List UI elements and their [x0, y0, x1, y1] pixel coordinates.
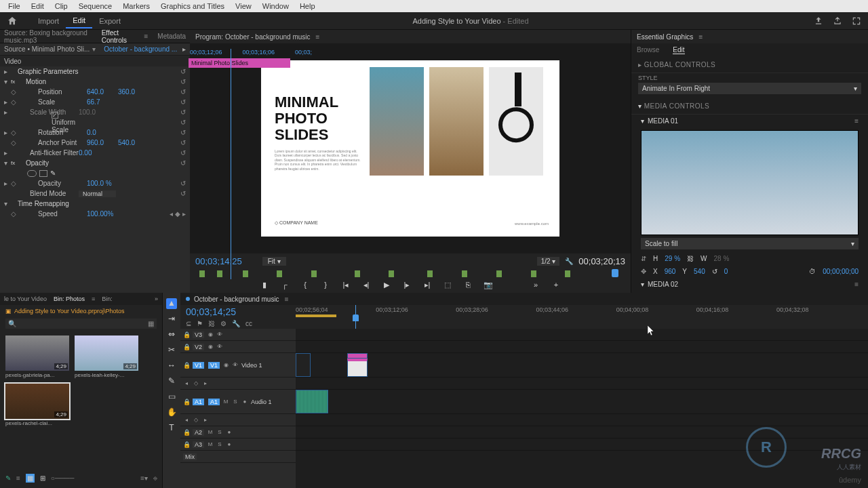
track-select-tool-icon[interactable]: ⇥ — [166, 314, 177, 325]
project-item[interactable]: 4;29 pexels-leah-kelley-... — [75, 336, 138, 378]
program-marker-bar[interactable] — [195, 269, 625, 278]
ec-blend-dropdown[interactable]: Normal — [79, 190, 116, 197]
timeline-timecode[interactable]: 00;03;14;25 — [180, 305, 296, 319]
eg-tab-edit[interactable]: Edit — [673, 46, 684, 54]
ec-scale-val[interactable]: 66.7 — [87, 98, 118, 106]
button-editor-icon[interactable]: + — [551, 281, 561, 290]
program-canvas-area[interactable]: MINIMAL PHOTO SLIDES Lorem ipsum dolor s… — [190, 43, 631, 253]
ec-anchor-x[interactable]: 960.0 — [87, 139, 118, 146]
mark-out-icon[interactable]: { — [300, 281, 310, 290]
ec-graphic-params[interactable]: Graphic Parameters — [11, 68, 79, 75]
ec-scale[interactable]: Scale — [19, 98, 87, 106]
ec-anchor-y[interactable]: 540.0 — [118, 139, 149, 146]
automate-icon[interactable]: ⎆ — [153, 474, 157, 482]
export-frame-icon[interactable]: 📷 — [484, 281, 493, 290]
tab-export[interactable]: Export — [92, 14, 127, 28]
time-offset-icon[interactable]: ⏱ — [809, 268, 816, 275]
ec-speed-val[interactable]: 100.00% — [87, 210, 118, 218]
eg-style-dropdown[interactable]: Animate In From Right▾ — [638, 83, 861, 94]
reset-icon[interactable]: ↺ — [180, 159, 186, 167]
go-next-icon[interactable]: ▸| — [422, 281, 432, 290]
type-tool-icon[interactable]: T — [166, 423, 177, 434]
mask-rect-icon[interactable] — [39, 170, 47, 177]
mask-pen-icon[interactable]: ✎ — [50, 169, 56, 177]
tab-edit[interactable]: Edit — [66, 14, 92, 28]
timeline-content[interactable] — [296, 329, 868, 488]
menu-help[interactable]: Help — [294, 2, 321, 10]
track-a2[interactable]: A2 — [193, 429, 204, 436]
link-selection-icon[interactable]: ⛓ — [208, 320, 215, 327]
wrench-icon[interactable]: 🔧 — [232, 320, 240, 327]
marker-icon[interactable]: ⚑ — [197, 320, 203, 327]
eg-tab-browse[interactable]: Browse — [637, 46, 659, 54]
menu-sequence[interactable]: Sequence — [73, 2, 118, 10]
selection-tool-icon[interactable]: ▲ — [166, 298, 177, 309]
ec-motion[interactable]: Motion — [19, 78, 87, 85]
freeform-view-icon[interactable]: ⊞ — [40, 474, 45, 482]
project-item-selected[interactable]: 4;29 pexels-rachel-clai... — [5, 384, 69, 426]
step-fwd-icon[interactable]: |▸ — [402, 281, 412, 290]
eg-media-01-thumbnail[interactable] — [641, 130, 859, 235]
ec-program-label[interactable]: October - background ... — [104, 45, 177, 53]
reset-icon[interactable]: ↺ — [180, 129, 186, 136]
ec-antiflicker[interactable]: Anti-flicker Filter — [11, 149, 79, 157]
timeline-audio-clip[interactable] — [296, 390, 328, 413]
eg-global-controls[interactable]: GLOBAL CONTROLS — [644, 61, 716, 68]
position-icon[interactable]: ✥ — [641, 268, 646, 275]
reset-icon[interactable]: ↺ — [180, 108, 186, 116]
settings-icon[interactable]: ⚙ — [220, 320, 226, 327]
reset-icon[interactable]: ↺ — [180, 139, 186, 146]
ec-opacity-val[interactable]: 100.0 % — [87, 180, 118, 187]
ec-playhead-line[interactable] — [231, 49, 231, 279]
ec-opacity[interactable]: Opacity — [19, 159, 87, 167]
ripple-tool-icon[interactable]: ⇔ — [166, 329, 177, 340]
eg-m1-h[interactable]: 29 % — [665, 255, 680, 262]
menu-graphics[interactable]: Graphics and Titles — [155, 2, 230, 10]
menu-file[interactable]: File — [3, 2, 26, 10]
quick-export-icon[interactable] — [814, 16, 823, 26]
settings-icon[interactable]: 🔧 — [565, 258, 573, 265]
sort-icon[interactable]: ≡▾ — [140, 474, 148, 482]
play-icon[interactable]: ▶ — [382, 281, 391, 290]
lift-icon[interactable]: ⬚ — [443, 281, 452, 290]
razor-tool-icon[interactable]: ✂ — [166, 345, 177, 356]
timeline-clip-graphic-body[interactable] — [347, 359, 368, 377]
reset-icon[interactable]: ↺ — [180, 68, 186, 75]
step-back-icon[interactable]: ◂| — [361, 281, 371, 290]
keyframe-nav[interactable]: ◂ ◆ ▸ — [170, 210, 186, 218]
ec-play-icon[interactable]: ▸ — [182, 45, 186, 53]
reset-icon[interactable]: ↺ — [180, 190, 186, 197]
reset-icon[interactable]: ↺ — [180, 149, 186, 157]
project-breadcrumb[interactable]: Adding Style to Your Video.prproj\Photos — [14, 308, 124, 314]
timeline-ruler[interactable]: 00;02;56;04 00;03;12;06 00;03;28;06 00;0… — [296, 305, 868, 316]
reset-position-icon[interactable]: ↺ — [712, 268, 717, 275]
ec-anchor[interactable]: Anchor Point — [19, 139, 87, 146]
link-toggle-icon[interactable]: ⛓ — [687, 255, 694, 262]
new-bin-icon[interactable]: ▦ — [148, 320, 154, 327]
home-icon[interactable] — [7, 16, 18, 26]
eg-media-01[interactable]: MEDIA 01 — [648, 117, 678, 125]
menu-edit[interactable]: Edit — [26, 2, 50, 10]
resolution-dropdown[interactable]: 1/2 ▾ — [537, 257, 560, 266]
share-icon[interactable] — [833, 16, 842, 26]
menu-clip[interactable]: Clip — [50, 2, 73, 10]
program-playhead[interactable] — [612, 269, 618, 277]
eg-media-controls[interactable]: MEDIA CONTROLS — [644, 102, 709, 110]
zoom-fit-dropdown[interactable]: Fit ▾ — [262, 257, 286, 266]
ec-speed[interactable]: Speed — [19, 210, 87, 218]
ec-position[interactable]: Position — [19, 88, 87, 96]
pen-tool-icon[interactable]: ✎ — [166, 376, 177, 387]
proj-tab-2[interactable]: Bin: Photos — [54, 296, 85, 302]
ec-position-x[interactable]: 640.0 — [87, 88, 118, 96]
reset-icon[interactable]: ↺ — [180, 180, 186, 187]
ec-rotation-val[interactable]: 0.0 — [87, 129, 118, 136]
tab-overflow-icon[interactable]: » — [155, 296, 158, 302]
project-search-input[interactable] — [16, 320, 148, 327]
mark-in-icon[interactable]: ┌ — [280, 281, 290, 290]
timeline-clip[interactable] — [296, 353, 311, 377]
proj-tab-3[interactable]: Bin: — [102, 296, 113, 302]
tab-source-monitor[interactable]: Source: Boxing background music.mp3 — [4, 29, 92, 44]
rectangle-tool-icon[interactable]: ▭ — [166, 392, 177, 403]
tab-effect-controls[interactable]: Effect Controls — [102, 29, 135, 44]
add-marker-icon[interactable]: ▮ — [260, 281, 269, 290]
